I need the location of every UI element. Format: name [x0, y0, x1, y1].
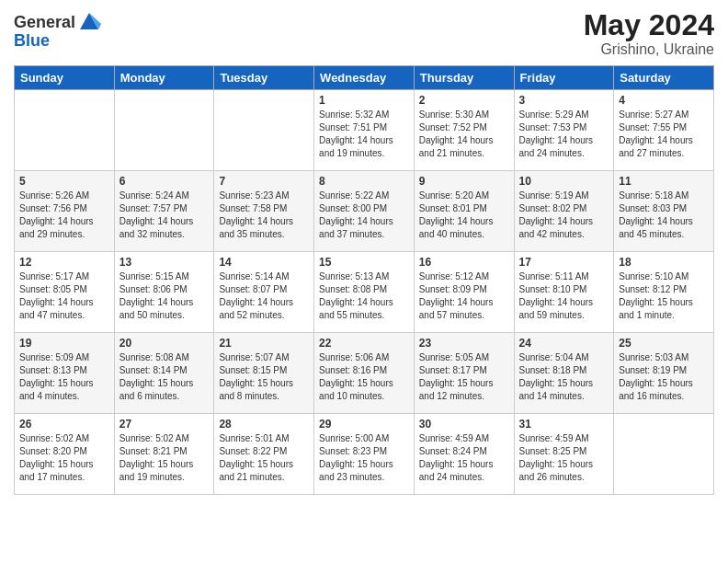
day-number: 3: [519, 94, 609, 107]
day-info: Sunrise: 5:04 AM Sunset: 8:18 PM Dayligh…: [519, 351, 609, 403]
table-row: 30Sunrise: 4:59 AM Sunset: 8:24 PM Dayli…: [414, 414, 514, 495]
day-info: Sunrise: 5:09 AM Sunset: 8:13 PM Dayligh…: [19, 351, 109, 403]
day-number: 14: [219, 256, 309, 269]
day-info: Sunrise: 5:29 AM Sunset: 7:53 PM Dayligh…: [519, 109, 609, 160]
table-row: 28Sunrise: 5:01 AM Sunset: 8:22 PM Dayli…: [214, 414, 314, 495]
day-info: Sunrise: 5:08 AM Sunset: 8:14 PM Dayligh…: [119, 351, 210, 403]
day-info: Sunrise: 5:07 AM Sunset: 8:15 PM Dayligh…: [219, 351, 309, 403]
day-info: Sunrise: 5:00 AM Sunset: 8:23 PM Dayligh…: [319, 432, 409, 484]
col-friday: Friday: [514, 66, 614, 90]
day-info: Sunrise: 5:15 AM Sunset: 8:06 PM Dayligh…: [119, 270, 210, 322]
day-number: 9: [419, 175, 509, 188]
day-info: Sunrise: 5:22 AM Sunset: 8:00 PM Dayligh…: [319, 190, 409, 241]
col-sunday: Sunday: [15, 66, 115, 90]
day-number: 4: [619, 94, 709, 107]
table-row: 23Sunrise: 5:05 AM Sunset: 8:17 PM Dayli…: [414, 333, 514, 414]
table-row: 27Sunrise: 5:02 AM Sunset: 8:21 PM Dayli…: [114, 414, 214, 495]
day-number: 8: [319, 175, 409, 188]
day-number: 1: [319, 94, 409, 107]
table-row: 26Sunrise: 5:02 AM Sunset: 8:20 PM Dayli…: [15, 414, 115, 495]
day-info: Sunrise: 5:23 AM Sunset: 7:58 PM Dayligh…: [219, 190, 309, 241]
day-info: Sunrise: 5:32 AM Sunset: 7:51 PM Dayligh…: [319, 109, 409, 160]
col-tuesday: Tuesday: [214, 66, 314, 90]
table-row: 18Sunrise: 5:10 AM Sunset: 8:12 PM Dayli…: [614, 252, 714, 333]
day-info: Sunrise: 5:27 AM Sunset: 7:55 PM Dayligh…: [619, 109, 709, 160]
day-info: Sunrise: 5:18 AM Sunset: 8:03 PM Dayligh…: [619, 190, 709, 241]
day-number: 20: [119, 337, 210, 350]
day-number: 18: [619, 256, 709, 269]
table-row: 13Sunrise: 5:15 AM Sunset: 8:06 PM Dayli…: [114, 252, 214, 333]
day-number: 28: [219, 418, 309, 431]
day-info: Sunrise: 5:05 AM Sunset: 8:17 PM Dayligh…: [419, 351, 509, 403]
day-info: Sunrise: 5:14 AM Sunset: 8:07 PM Dayligh…: [219, 270, 309, 322]
calendar-week-3: 12Sunrise: 5:17 AM Sunset: 8:05 PM Dayli…: [15, 252, 714, 333]
table-row: 21Sunrise: 5:07 AM Sunset: 8:15 PM Dayli…: [214, 333, 314, 414]
table-row: [15, 90, 115, 171]
day-number: 5: [19, 175, 109, 188]
table-row: 14Sunrise: 5:14 AM Sunset: 8:07 PM Dayli…: [214, 252, 314, 333]
day-info: Sunrise: 5:17 AM Sunset: 8:05 PM Dayligh…: [19, 270, 109, 322]
day-number: 27: [119, 418, 210, 431]
day-info: Sunrise: 5:13 AM Sunset: 8:08 PM Dayligh…: [319, 270, 409, 322]
day-number: 29: [319, 418, 409, 431]
day-info: Sunrise: 5:10 AM Sunset: 8:12 PM Dayligh…: [619, 270, 709, 322]
col-thursday: Thursday: [414, 66, 514, 90]
day-info: Sunrise: 5:01 AM Sunset: 8:22 PM Dayligh…: [219, 432, 309, 484]
day-number: 30: [419, 418, 509, 431]
table-row: 25Sunrise: 5:03 AM Sunset: 8:19 PM Dayli…: [614, 333, 714, 414]
table-row: 20Sunrise: 5:08 AM Sunset: 8:14 PM Dayli…: [114, 333, 214, 414]
page-header: General Blue May 2024 Grishino, Ukraine: [14, 9, 714, 58]
day-info: Sunrise: 5:26 AM Sunset: 7:56 PM Dayligh…: [19, 190, 109, 241]
day-number: 21: [219, 337, 309, 350]
day-info: Sunrise: 4:59 AM Sunset: 8:24 PM Dayligh…: [419, 432, 509, 484]
logo-general-text: General: [14, 13, 75, 32]
table-row: [214, 90, 314, 171]
day-info: Sunrise: 5:03 AM Sunset: 8:19 PM Dayligh…: [619, 351, 709, 403]
title-block: May 2024 Grishino, Ukraine: [584, 9, 714, 58]
calendar-week-2: 5Sunrise: 5:26 AM Sunset: 7:56 PM Daylig…: [15, 171, 714, 252]
day-info: Sunrise: 5:24 AM Sunset: 7:57 PM Dayligh…: [119, 190, 210, 241]
table-row: 15Sunrise: 5:13 AM Sunset: 8:08 PM Dayli…: [314, 252, 415, 333]
day-info: Sunrise: 4:59 AM Sunset: 8:25 PM Dayligh…: [519, 432, 609, 484]
day-number: 7: [219, 175, 309, 188]
table-row: 9Sunrise: 5:20 AM Sunset: 8:01 PM Daylig…: [414, 171, 514, 252]
day-number: 24: [519, 337, 609, 350]
day-info: Sunrise: 5:02 AM Sunset: 8:20 PM Dayligh…: [19, 432, 109, 484]
day-number: 23: [419, 337, 509, 350]
logo-icon: [77, 9, 101, 33]
day-info: Sunrise: 5:12 AM Sunset: 8:09 PM Dayligh…: [419, 270, 509, 322]
calendar-header-row: Sunday Monday Tuesday Wednesday Thursday…: [15, 66, 714, 90]
day-number: 2: [419, 94, 509, 107]
location-subtitle: Grishino, Ukraine: [584, 41, 714, 58]
col-saturday: Saturday: [614, 66, 714, 90]
logo-blue-text: Blue: [14, 31, 50, 51]
day-number: 6: [119, 175, 210, 188]
logo: General Blue: [14, 9, 101, 51]
col-wednesday: Wednesday: [314, 66, 415, 90]
day-number: 22: [319, 337, 409, 350]
calendar-week-5: 26Sunrise: 5:02 AM Sunset: 8:20 PM Dayli…: [15, 414, 714, 495]
day-info: Sunrise: 5:06 AM Sunset: 8:16 PM Dayligh…: [319, 351, 409, 403]
table-row: 11Sunrise: 5:18 AM Sunset: 8:03 PM Dayli…: [614, 171, 714, 252]
table-row: [614, 414, 714, 495]
table-row: 5Sunrise: 5:26 AM Sunset: 7:56 PM Daylig…: [15, 171, 115, 252]
day-number: 12: [19, 256, 109, 269]
table-row: 1Sunrise: 5:32 AM Sunset: 7:51 PM Daylig…: [314, 90, 415, 171]
table-row: 16Sunrise: 5:12 AM Sunset: 8:09 PM Dayli…: [414, 252, 514, 333]
day-number: 26: [19, 418, 109, 431]
table-row: 19Sunrise: 5:09 AM Sunset: 8:13 PM Dayli…: [15, 333, 115, 414]
calendar-table: Sunday Monday Tuesday Wednesday Thursday…: [14, 65, 714, 495]
day-number: 16: [419, 256, 509, 269]
calendar-week-1: 1Sunrise: 5:32 AM Sunset: 7:51 PM Daylig…: [15, 90, 714, 171]
day-number: 15: [319, 256, 409, 269]
table-row: 10Sunrise: 5:19 AM Sunset: 8:02 PM Dayli…: [514, 171, 614, 252]
table-row: [114, 90, 214, 171]
table-row: 7Sunrise: 5:23 AM Sunset: 7:58 PM Daylig…: [214, 171, 314, 252]
table-row: 6Sunrise: 5:24 AM Sunset: 7:57 PM Daylig…: [114, 171, 214, 252]
day-info: Sunrise: 5:30 AM Sunset: 7:52 PM Dayligh…: [419, 109, 509, 160]
day-number: 25: [619, 337, 709, 350]
table-row: 12Sunrise: 5:17 AM Sunset: 8:05 PM Dayli…: [15, 252, 115, 333]
day-info: Sunrise: 5:20 AM Sunset: 8:01 PM Dayligh…: [419, 190, 509, 241]
table-row: 17Sunrise: 5:11 AM Sunset: 8:10 PM Dayli…: [514, 252, 614, 333]
table-row: 31Sunrise: 4:59 AM Sunset: 8:25 PM Dayli…: [514, 414, 614, 495]
